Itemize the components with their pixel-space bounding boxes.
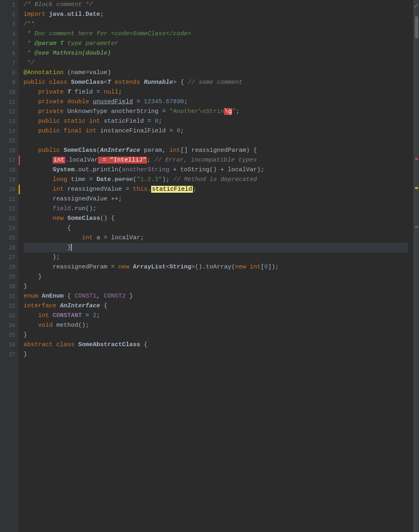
line-num-8: 8 [0, 68, 15, 78]
code-line-6: * @see Math#sin(double) [24, 49, 408, 58]
semi-10: ; [118, 89, 122, 96]
string-error-escape: \g [224, 108, 232, 115]
number-28: 0 [264, 264, 268, 270]
kw-new-28: new [118, 264, 133, 270]
indent-34 [24, 322, 38, 329]
semi-20: ; [193, 186, 197, 193]
kw-interface-32: interface [24, 302, 60, 309]
line-num-7: 7 [0, 58, 15, 68]
line-num-11: 11 [0, 97, 15, 107]
brace-35: } [24, 332, 27, 338]
constructor-name: SomeClass [64, 147, 96, 154]
kw-extends: extends [115, 79, 144, 86]
code-line-33: int CONSTANT = 2; [24, 311, 408, 321]
javadoc-line6-star: * [24, 50, 34, 57]
paren-19: ( [133, 176, 137, 183]
line-num-31: 31 [0, 292, 15, 301]
semi-33: ; [96, 312, 100, 319]
brace-abstract-open: { [140, 341, 148, 348]
enum-name: AnEnum [42, 293, 64, 300]
code-line-15 [24, 136, 408, 146]
indent-13 [24, 118, 38, 125]
code-line-35: } [24, 330, 408, 340]
indent-11 [24, 98, 38, 105]
kw-private-11: private [38, 98, 67, 105]
indent-33 [24, 312, 38, 319]
deprecated-parse: parse [115, 176, 133, 183]
line-num-14: 14 [0, 126, 15, 136]
code-line-5: * @param T type parameter [24, 39, 408, 49]
javadoc-line5-space [56, 40, 60, 47]
array-init-28: [ [261, 264, 264, 270]
code-line-7: */ [24, 58, 408, 68]
dot-localvar: .localVar [65, 157, 98, 164]
code-line-17: int.localVar = "IntelliJ"; // Error, inc… [24, 155, 408, 165]
warning-stripe-20 [415, 187, 418, 189]
semi-14: ; [180, 128, 184, 134]
close-28: ]); [268, 264, 279, 270]
indent-23 [24, 215, 53, 222]
indent-27 [24, 254, 53, 261]
line-num-24: 24 [0, 223, 15, 233]
import-class: java.util.Date [49, 11, 100, 18]
system-class: System [53, 166, 75, 173]
number-13: 0 [155, 118, 158, 125]
code-line-18: System.out.println(anotherString + toStr… [24, 165, 408, 175]
method-decl-34: method(); [56, 322, 89, 329]
warning-left-mark [19, 185, 20, 194]
string-type: String [169, 264, 191, 270]
indent-25 [24, 234, 82, 241]
indent-28 [24, 264, 53, 270]
line-num-35: 35 [0, 330, 15, 340]
line-num-9: 9 [0, 78, 15, 87]
kw-public-14: public [38, 128, 64, 134]
editor: 1 2 3 4 5 6 7 8 9 10 11 12 13 14 15 16 1… [0, 0, 419, 532]
code-line-23: new SomeClass() { [24, 214, 408, 223]
kw-import: import [24, 11, 49, 18]
runnable-class: Runnable [144, 79, 173, 86]
angle-open-9: < [104, 79, 107, 86]
semi-12: ; [236, 108, 239, 115]
scrollbar-thumb[interactable] [415, 16, 418, 38]
code-line-1: /* Block comment */ [24, 0, 408, 10]
line-num-26: 26 [0, 243, 15, 253]
code-line-3: /** [24, 19, 408, 29]
kw-enum-31: enum [24, 293, 42, 300]
code-content[interactable]: /* Block comment */ import java.util.Dat… [19, 0, 413, 532]
field-decl-10: field = [71, 89, 104, 96]
someclass-new: SomeClass [67, 215, 100, 222]
error-left-mark [19, 155, 20, 165]
instance-final-field: instanceFinalField = [100, 128, 177, 134]
annotation-tag: @Annotation [24, 69, 64, 76]
run-call: .run(); [71, 205, 96, 212]
comment-17: // Error, incompatible types [154, 157, 257, 164]
kw-final-14: final [64, 128, 86, 134]
date-class: Date [96, 176, 111, 183]
rest-28: >().toArray( [191, 264, 235, 270]
kw-abstract-36: abstract [24, 341, 56, 348]
code-line-12: private UnknownType anotherString = "Ano… [24, 107, 408, 117]
kw-void-34: void [38, 322, 56, 329]
angle-28: < [166, 264, 169, 270]
comment-1: /* Block comment */ [24, 1, 93, 8]
arraylist-class: ArrayList [133, 264, 166, 270]
eq-33: = [82, 312, 93, 319]
code-line-21: reassignedValue ++; [24, 194, 408, 204]
code-line-8: @Annotation (name=value) [24, 68, 408, 78]
code-line-22: field.run(); [24, 204, 408, 214]
line-num-34: 34 [0, 321, 15, 330]
code-line-31: enum AnEnum { CONST1, CONST2 } [24, 292, 408, 301]
line-num-6: 6 [0, 49, 15, 58]
kw-new-23: new [53, 215, 67, 222]
comma-enum: , [96, 293, 104, 300]
line-num-17: 17 [0, 155, 15, 165]
brace-enum-close: } [126, 293, 133, 300]
line-num-22: 22 [0, 204, 15, 214]
code-line-14: public final int instanceFinalField = 0; [24, 126, 408, 136]
javadoc-line5-star: * [24, 40, 34, 47]
info-stripe-26 [415, 226, 418, 228]
cursor-26 [71, 244, 72, 251]
param-16: param, [140, 147, 169, 154]
kw-int-28: int [250, 264, 261, 270]
kw-private-10: private [38, 89, 67, 96]
